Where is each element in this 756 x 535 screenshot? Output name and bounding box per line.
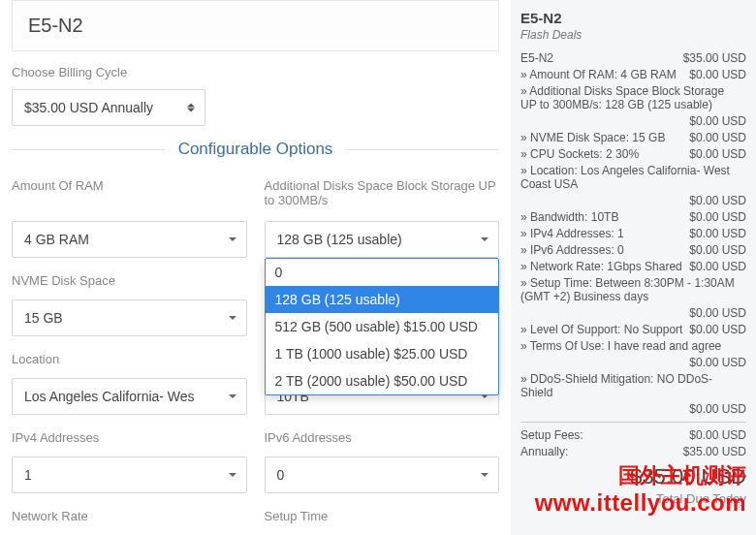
configurable-options-title: Configurable Options: [165, 140, 347, 159]
summary-line: » Network Rate: 1Gbps Shared$0.00 USD: [520, 260, 746, 273]
summary-line: » Setup Time: Between 8:30PM - 1:30AM (G…: [520, 276, 746, 303]
divider: [12, 149, 165, 150]
summary-line: » IPv4 Addresses: 1$0.00 USD: [520, 227, 746, 240]
summary-line: $0.00 USD: [520, 402, 746, 416]
nvme-label: NVME Disk Space: [12, 273, 247, 290]
summary-line: $0.00 USD: [520, 194, 746, 207]
summary-line: » Amount Of RAM: 4 GB RAM$0.00 USD: [520, 68, 746, 81]
product-title: E5-N2: [12, 0, 499, 51]
summary-line: » NVME Disk Space: 15 GB$0.00 USD: [520, 131, 746, 144]
summary-line: » DDoS-Shield Mitigation: NO DDoS-Shield: [520, 372, 746, 399]
summary-line: » Terms Of Use: I have read and agree: [520, 339, 746, 353]
summary-fee-line: Setup Fees:$0.00 USD: [520, 428, 746, 442]
summary-line: » IPv6 Addresses: 0$0.00 USD: [520, 243, 746, 257]
nvme-value: 15 GB: [24, 310, 63, 326]
summary-line: » Location: Los Angeles California- West…: [520, 164, 746, 191]
divider: [346, 149, 499, 150]
up-down-icon: [187, 104, 195, 112]
order-summary: E5-N2 Flash Deals E5-N2$35.00 USD» Amoun…: [511, 0, 756, 535]
location-label: Location: [12, 352, 247, 368]
disks-label: Additional Disks Space Block Storage UP …: [265, 178, 500, 211]
summary-line: $0.00 USD: [520, 306, 746, 320]
disks-option[interactable]: 512 GB (500 usable) $15.00 USD: [266, 313, 499, 340]
nvme-select[interactable]: 15 GB: [12, 299, 247, 336]
ram-label: Amount Of RAM: [12, 178, 247, 211]
chevron-down-icon: [229, 394, 236, 398]
summary-line: $0.00 USD: [520, 356, 746, 369]
setup-time-label: Setup Time: [265, 509, 500, 525]
chevron-down-icon: [229, 473, 236, 477]
summary-total-label: Total Due Today: [520, 491, 746, 506]
disks-dropdown: 0 128 GB (125 usable) 512 GB (500 usable…: [265, 258, 500, 395]
network-rate-label: Network Rate: [12, 509, 247, 525]
location-value: Los Angeles California- Wes: [24, 389, 215, 404]
disks-value: 128 GB (125 usable): [277, 232, 402, 247]
ipv4-value: 1: [24, 467, 32, 483]
summary-total: $35.00 USD: [520, 464, 746, 489]
summary-subtitle: Flash Deals: [520, 28, 746, 42]
summary-title: E5-N2: [520, 10, 746, 26]
chevron-down-icon: [229, 237, 236, 241]
billing-cycle-select[interactable]: $35.00 USD Annually: [12, 89, 205, 126]
location-select[interactable]: Los Angeles California- Wes: [12, 378, 247, 415]
divider: [520, 422, 746, 423]
ipv6-value: 0: [277, 467, 285, 483]
summary-line: » Additional Disks Space Block Storage U…: [520, 84, 746, 111]
ram-select[interactable]: 4 GB RAM: [12, 221, 247, 258]
disks-option[interactable]: 0: [266, 259, 499, 286]
disks-option[interactable]: 128 GB (125 usable): [266, 286, 499, 313]
disks-select[interactable]: 128 GB (125 usable): [265, 221, 500, 258]
disks-option[interactable]: 1 TB (1000 usable) $25.00 USD: [266, 340, 499, 367]
ipv4-label: IPv4 Addresses: [12, 430, 247, 447]
chevron-down-icon: [481, 237, 488, 241]
chevron-down-icon: [481, 473, 488, 477]
summary-line: » Level Of Support: No Support$0.00 USD: [520, 323, 746, 336]
chevron-down-icon: [229, 316, 236, 320]
ipv4-select[interactable]: 1: [12, 456, 247, 493]
summary-line: $0.00 USD: [520, 114, 746, 128]
summary-line: » CPU Sockets: 2 30%$0.00 USD: [520, 147, 746, 161]
disks-option[interactable]: 2 TB (2000 usable) $50.00 USD: [266, 367, 499, 394]
summary-fee-line: Annually:$35.00 USD: [520, 445, 746, 458]
summary-line: » Bandwidth: 10TB$0.00 USD: [520, 210, 746, 224]
ram-value: 4 GB RAM: [24, 232, 89, 247]
summary-line: E5-N2$35.00 USD: [520, 51, 746, 65]
billing-cycle-label: Choose Billing Cycle: [12, 65, 499, 79]
billing-cycle-value: $35.00 USD Annually: [24, 100, 153, 115]
ipv6-select[interactable]: 0: [265, 456, 500, 493]
ipv6-label: IPv6 Addresses: [265, 430, 500, 447]
